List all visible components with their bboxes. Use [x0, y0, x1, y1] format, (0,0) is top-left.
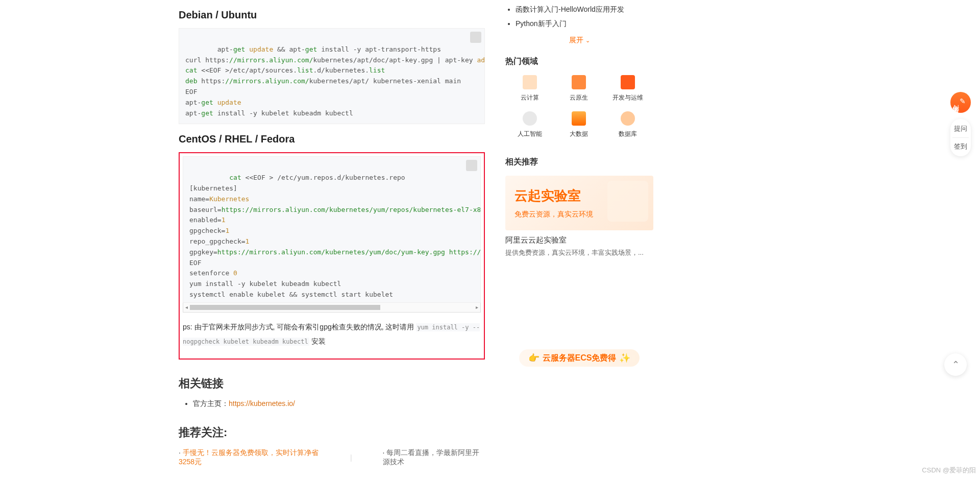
watermark: CSDN @爱菲的阳	[922, 466, 976, 467]
domain-item[interactable]: 开发与运维	[603, 75, 652, 102]
links-heading: 相关链接	[179, 376, 485, 391]
chevron-up-icon: ⌃	[952, 359, 960, 370]
debian-code-block: apt-get update && apt-get install -y apt…	[179, 28, 485, 124]
chevron-down-icon: ⌄	[585, 37, 590, 44]
domain-item[interactable]: 数据库	[603, 111, 652, 138]
rec-link-2[interactable]: 每周二看直播，学最新阿里开源技术	[383, 448, 480, 466]
sidebar-top-list: 函数计算入门-HelloWorld应用开发 Python新手入门	[505, 5, 653, 29]
hand-icon: 👉	[528, 352, 540, 364]
scroll-right-icon[interactable]: ▸	[476, 304, 478, 310]
centos-heading: CentOS / RHEL / Fedora	[179, 133, 485, 145]
debian-heading: Debian / Ubuntu	[179, 9, 485, 21]
kubernetes-link[interactable]: https://kubernetes.io/	[229, 399, 295, 408]
domain-item[interactable]: 人工智能	[505, 111, 554, 138]
promo-card[interactable]: 云起实验室 免费云资源，真实云环境	[505, 176, 653, 230]
highlight-box: cat <<EOF > /etc/yum.repos.d/kubernetes.…	[179, 152, 485, 359]
domain-item[interactable]: 云原生	[554, 75, 603, 102]
domains-grid: 云计算 云原生 开发与运维 人工智能 大数据 数据库	[505, 75, 653, 148]
expand-button[interactable]: 展开⌄	[505, 36, 653, 45]
related-heading: 相关推荐	[505, 157, 653, 168]
code-scrollbar[interactable]: ◂ ▸	[183, 302, 481, 313]
promo-desc: 提供免费资源，真实云环境，丰富实践场景，...	[505, 248, 653, 257]
float-column: ✎创作者中心 提问 签到	[950, 92, 971, 156]
centos-code-block: cat <<EOF > /etc/yum.repos.d/kubernetes.…	[183, 156, 481, 302]
domain-item[interactable]: 云计算	[505, 75, 554, 102]
ecs-banner[interactable]: 👉云服务器ECS免费得✨	[505, 349, 653, 367]
article-main: Debian / Ubuntu apt-get update && apt-ge…	[174, 0, 490, 467]
copy-icon[interactable]	[466, 160, 477, 171]
list-item[interactable]: 函数计算入门-HelloWorld应用开发	[516, 5, 653, 14]
recommend-links: · 手慢无！云服务器免费领取，实时计算净省3258元 | · 每周二看直播，学最…	[179, 448, 485, 467]
pen-icon: ✎	[960, 97, 967, 106]
sparkle-icon: ✨	[619, 352, 630, 364]
ps-note: ps: 由于官网未开放同步方式, 可能会有索引gpg检查失败的情况, 这时请用 …	[183, 320, 481, 348]
links-list: 官方主页：https://kubernetes.io/	[179, 399, 485, 409]
back-to-top-button[interactable]: ⌃	[944, 353, 967, 376]
checkin-button[interactable]: 签到	[950, 142, 971, 151]
rec-link-1[interactable]: 手慢无！云服务器免费领取，实时计算净省3258元	[179, 448, 318, 466]
domain-item[interactable]: 大数据	[554, 111, 603, 138]
recommend-heading: 推荐关注:	[179, 425, 485, 440]
float-actions: 提问 签到	[950, 119, 971, 156]
scroll-left-icon[interactable]: ◂	[185, 304, 188, 310]
ask-button[interactable]: 提问	[950, 124, 971, 133]
copy-icon[interactable]	[470, 32, 481, 43]
creator-center-button[interactable]: ✎创作者中心	[950, 92, 971, 113]
domains-heading: 热门领域	[505, 56, 653, 67]
list-item[interactable]: Python新手入门	[516, 19, 653, 29]
list-item: 官方主页：https://kubernetes.io/	[193, 399, 485, 409]
promo-title: 阿里云云起实验室	[505, 235, 653, 245]
sidebar: 函数计算入门-HelloWorld应用开发 Python新手入门 展开⌄ 热门领…	[505, 0, 653, 467]
